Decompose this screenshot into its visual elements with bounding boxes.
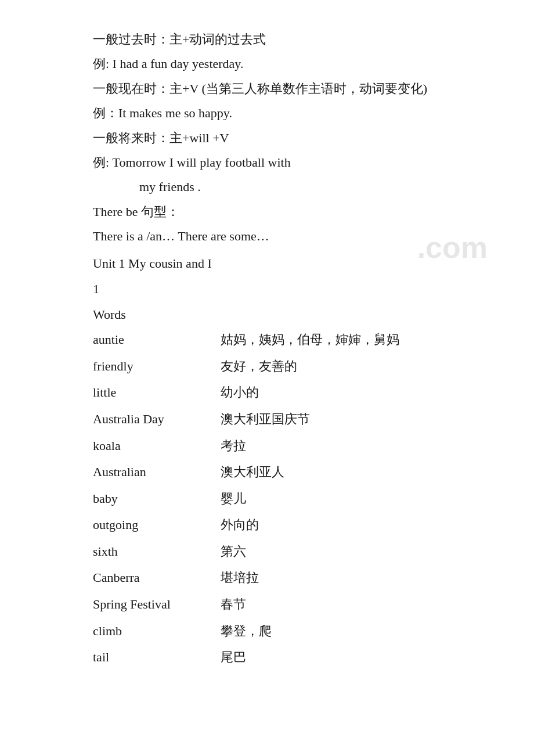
vocab-en-little: little	[93, 381, 221, 404]
vocab-cn-tail: 尾巴	[221, 646, 246, 669]
there-be-title: There be 句型：	[93, 200, 464, 224]
vocab-row-koala: koala 考拉	[93, 434, 464, 458]
vocabulary-table: auntie 姑妈，姨妈，伯母，婶婶，舅妈 friendly 友好，友善的 li…	[93, 328, 464, 669]
vocab-en-tail: tail	[93, 646, 221, 669]
vocab-en-outgoing: outgoing	[93, 513, 221, 537]
vocab-row-baby: baby 婴儿	[93, 487, 464, 510]
grammar-present-tense: 一般现在时：主+V (当第三人称单数作主语时，动词要变化) 例：It makes…	[93, 77, 464, 124]
vocab-cn-spring-festival: 春节	[221, 593, 246, 616]
vocab-cn-outgoing: 外向的	[221, 513, 259, 537]
vocab-cn-friendly: 友好，友善的	[221, 355, 297, 378]
vocab-cn-sixth: 第六	[221, 540, 246, 563]
words-label: Words	[93, 303, 464, 326]
vocab-en-sixth: sixth	[93, 540, 221, 563]
vocab-row-sixth: sixth 第六	[93, 540, 464, 563]
vocab-en-auntie: auntie	[93, 328, 221, 351]
number-block: 1	[93, 278, 464, 301]
vocab-row-australian: Australian 澳大利亚人	[93, 460, 464, 484]
vocab-cn-baby: 婴儿	[221, 487, 246, 510]
vocab-row-canberra: Canberra 堪培拉	[93, 566, 464, 589]
vocab-en-friendly: friendly	[93, 355, 221, 378]
vocab-row-australia-day: Australia Day 澳大利亚国庆节	[93, 408, 464, 431]
vocab-cn-australian: 澳大利亚人	[221, 460, 284, 484]
future-tense-example-line2: my friends .	[93, 175, 464, 199]
past-tense-title: 一般过去时：主+动词的过去式	[93, 28, 464, 51]
present-tense-title: 一般现在时：主+V (当第三人称单数作主语时，动词要变化)	[93, 77, 464, 100]
grammar-past-tense: 一般过去时：主+动词的过去式 例: I had a fun day yester…	[93, 28, 464, 75]
vocab-cn-canberra: 堪培拉	[221, 566, 259, 589]
vocab-en-canberra: Canberra	[93, 566, 221, 589]
vocab-en-baby: baby	[93, 487, 221, 510]
words-label-block: Words	[93, 303, 464, 326]
unit-title: Unit 1 My cousin and I	[93, 252, 464, 275]
there-be-example: There is a /an… There are some…	[93, 225, 464, 248]
vocab-row-friendly: friendly 友好，友善的	[93, 355, 464, 378]
vocab-en-spring-festival: Spring Festival	[93, 593, 221, 616]
vocab-row-spring-festival: Spring Festival 春节	[93, 593, 464, 616]
present-tense-example: 例：It makes me so happy.	[93, 102, 464, 125]
vocab-cn-auntie: 姑妈，姨妈，伯母，婶婶，舅妈	[221, 328, 399, 351]
future-tense-example-line1: 例: Tomorrow I will play football with	[93, 151, 464, 174]
vocab-en-koala: koala	[93, 434, 221, 458]
unit-title-block: Unit 1 My cousin and I	[93, 252, 464, 275]
vocab-en-australia-day: Australia Day	[93, 408, 221, 431]
grammar-there-be: There be 句型： There is a /an… There are s…	[93, 200, 464, 247]
vocab-row-little: little 幼小的	[93, 381, 464, 404]
vocab-en-australian: Australian	[93, 460, 221, 484]
vocab-row-outgoing: outgoing 外向的	[93, 513, 464, 537]
past-tense-example: 例: I had a fun day yesterday.	[93, 52, 464, 75]
vocab-cn-climb: 攀登，爬	[221, 620, 272, 643]
future-tense-title: 一般将来时：主+will +V	[93, 127, 464, 150]
vocab-row-climb: climb 攀登，爬	[93, 620, 464, 643]
vocab-row-tail: tail 尾巴	[93, 646, 464, 669]
section-number: 1	[93, 278, 464, 301]
vocab-en-climb: climb	[93, 620, 221, 643]
vocab-cn-australia-day: 澳大利亚国庆节	[221, 408, 310, 431]
grammar-future-tense: 一般将来时：主+will +V 例: Tomorrow I will play …	[93, 127, 464, 198]
vocab-cn-little: 幼小的	[221, 381, 259, 404]
vocab-cn-koala: 考拉	[221, 434, 246, 458]
vocab-row-auntie: auntie 姑妈，姨妈，伯母，婶婶，舅妈	[93, 328, 464, 351]
